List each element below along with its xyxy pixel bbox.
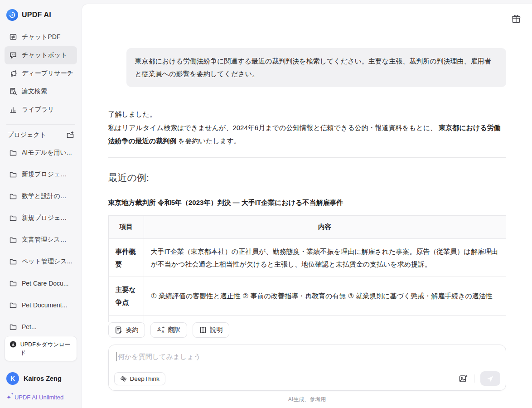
svg-text:A: A <box>161 330 164 334</box>
folder-icon <box>9 301 17 309</box>
translate-button[interactable]: 文A 翻訳 <box>150 322 187 338</box>
projects-list: AIモデルを用い... 新規プロジェクト 数学と設計の探求 新規プロジェクト 文… <box>0 144 82 336</box>
deepthink-icon <box>120 375 127 382</box>
gift-button[interactable] <box>511 14 521 24</box>
project-item[interactable]: Pet... <box>5 318 77 336</box>
sparkle-icon: ✦✦ <box>6 394 11 400</box>
project-item[interactable]: AIモデルを用い... <box>5 144 77 162</box>
sidebar-item-label: チャットPDF <box>22 33 60 41</box>
project-item[interactable]: 新規プロジェクト <box>5 165 77 184</box>
table-cell-item: 事件概要 <box>108 238 144 277</box>
folder-icon <box>9 236 17 244</box>
project-label: Pet Care Docu... <box>22 280 69 287</box>
sidebar-item-label: ライブラリ <box>22 106 54 114</box>
table-cell-content: - 解雇理由は曖昧で、具体的な業務改善指導もなかった <box>144 315 506 322</box>
assistant-message: 了解しました。 私はリアルタイム検索はできませんが、2024年6月までの公知情報… <box>108 108 506 322</box>
composer-right-tools <box>459 371 500 386</box>
project-label: 新規プロジェクト <box>22 214 73 222</box>
table-row: 主要な争点 ① 業績評価の客観性と適正性 ② 事前の改善指導・再教育の有無 ③ … <box>108 277 506 316</box>
table-header-row: 項目 内容 <box>108 216 506 239</box>
message-composer: 何かを質問してみましょう DeepThink <box>108 345 506 391</box>
table-cell-item: 原告の主張 <box>108 315 144 322</box>
folder-icon <box>9 214 17 222</box>
download-label: UPDFをダウンロード <box>20 340 72 357</box>
sidebar-item-label: ディープリサーチ <box>22 69 73 78</box>
sidebar-item-library[interactable]: ライブラリ <box>5 101 77 119</box>
case-title: 東京地方裁判所 令和5年（2023年）判決 — 大手IT企業における不当解雇事件 <box>108 197 506 209</box>
primary-nav: チャットPDF チャットボット ディープリサーチ 論文検索 ライブラリ <box>0 28 82 119</box>
section-title: 最近の例: <box>108 169 506 187</box>
case-table: 項目 内容 事件概要 大手IT企業（東京都本社）の正社員が、勤務態度・業績不振を… <box>108 215 506 322</box>
conversation: 東京都における労働法紛争に関連する最近の裁判判決を検索してください。主要な主張、… <box>82 4 532 322</box>
reply-line1: 了解しました。 <box>108 108 506 121</box>
text-caret <box>116 352 117 361</box>
sidebar-item-paper-search[interactable]: 論文検索 <box>5 83 77 101</box>
message-input[interactable]: 何かを質問してみましょう <box>109 345 506 361</box>
plan-label: UPDF AI Unlimited <box>15 394 63 401</box>
folder-icon <box>9 279 17 287</box>
project-label: ペット管理シス... <box>22 257 72 266</box>
project-item[interactable]: Pet Document... <box>5 296 77 314</box>
reply-text: 私はリアルタイム検索はできませんが、2024年6月までの公知情報と信頼できる公的… <box>108 124 437 131</box>
brand-name: UPDF AI <box>22 11 51 19</box>
composer-toolbar: DeepThink <box>114 371 500 386</box>
folder-icon <box>9 323 17 331</box>
project-item[interactable]: 文書管理システム <box>5 231 77 249</box>
sidebar-divider <box>6 124 75 125</box>
gift-icon <box>511 14 521 24</box>
add-image-icon[interactable] <box>459 374 468 384</box>
project-label: 数学と設計の探求 <box>22 192 73 200</box>
sidebar-item-deep-research[interactable]: ディープリサーチ <box>5 64 77 83</box>
project-item[interactable]: 数学と設計の探求 <box>5 187 77 205</box>
toolbar-divider <box>474 374 474 383</box>
project-item[interactable]: ペット管理シス... <box>5 253 77 271</box>
chat-pdf-icon <box>9 33 17 41</box>
folder-icon <box>9 149 17 157</box>
project-label: Pet Document... <box>22 301 67 309</box>
sidebar-item-chat-bot[interactable]: チャットボット <box>5 46 77 64</box>
folder-icon <box>9 170 17 179</box>
send-button[interactable] <box>480 371 500 386</box>
new-folder-icon[interactable] <box>66 131 74 139</box>
sidebar-bottom: UPDFをダウンロード K Kairos Zeng ✦✦ UPDF AI Unl… <box>5 336 77 403</box>
explain-button[interactable]: 説明 <box>193 322 229 338</box>
project-label: 新規プロジェクト <box>22 170 73 179</box>
quick-actions: 要約 文A 翻訳 説明 <box>108 322 506 338</box>
updf-logo-icon <box>6 9 18 21</box>
main-area: 東京都における労働法紛争に関連する最近の裁判判決を検索してください。主要な主張、… <box>82 0 532 408</box>
paper-search-icon <box>9 87 17 96</box>
app-logo: UPDF AI <box>0 6 82 28</box>
chat-panel: 東京都における労働法紛争に関連する最近の裁判判決を検索してください。主要な主張、… <box>82 4 532 408</box>
project-item[interactable]: 新規プロジェクト <box>5 209 77 227</box>
project-label: AIモデルを用い... <box>22 149 72 157</box>
projects-header: プロジェクト <box>0 129 82 144</box>
explain-icon <box>199 326 207 334</box>
download-updf-button[interactable]: UPDFをダウンロード <box>5 336 77 361</box>
action-label: 要約 <box>126 326 139 334</box>
reply-text: を要約いたします。 <box>176 137 240 145</box>
send-icon <box>486 375 494 383</box>
svg-text:文: 文 <box>157 326 161 331</box>
table-cell-item: 主要な争点 <box>108 277 144 316</box>
library-icon <box>9 106 17 114</box>
user-account[interactable]: K Kairos Zeng <box>5 372 77 385</box>
megaphone-icon <box>9 69 17 78</box>
plan-badge[interactable]: ✦✦ UPDF AI Unlimited <box>5 394 77 403</box>
input-placeholder: 何かを質問してみましょう <box>118 353 201 361</box>
avatar: K <box>6 372 19 385</box>
table-row: 事件概要 大手IT企業（東京都本社）の正社員が、勤務態度・業績不振を理由に解雇さ… <box>108 238 506 277</box>
sidebar-item-label: チャットボット <box>22 51 67 59</box>
summarize-icon <box>115 326 123 334</box>
summarize-button[interactable]: 要約 <box>108 322 145 338</box>
user-name: Kairos Zeng <box>24 375 62 382</box>
table-header-content: 内容 <box>144 216 506 239</box>
table-cell-content: 大手IT企業（東京都本社）の正社員が、勤務態度・業績不振を理由に解雇された事案。… <box>144 238 506 277</box>
project-label: 文書管理システム <box>22 236 73 244</box>
action-label: 説明 <box>210 326 223 334</box>
deepthink-toggle[interactable]: DeepThink <box>114 372 165 385</box>
project-item[interactable]: Pet Care Docu... <box>5 274 77 292</box>
sidebar-item-chat-pdf[interactable]: チャットPDF <box>5 28 77 46</box>
folder-icon <box>9 257 17 266</box>
user-message: 東京都における労働法紛争に関連する最近の裁判判決を検索してください。主要な主張、… <box>126 48 506 87</box>
action-label: 翻訳 <box>168 326 181 334</box>
